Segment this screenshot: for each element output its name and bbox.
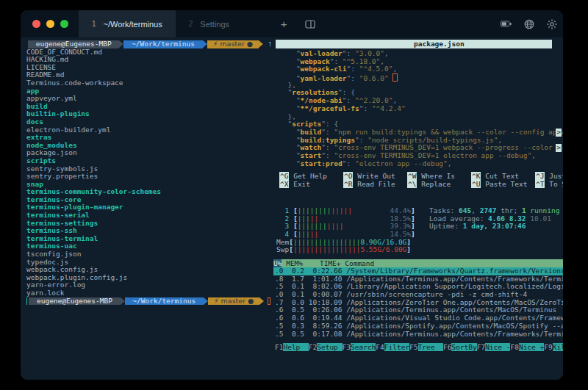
line-continuation-marker: > — [556, 129, 562, 137]
stats-segment: thr; — [497, 206, 522, 214]
code-segment: " — [279, 151, 301, 159]
file-name: tsconfig.json — [26, 250, 81, 258]
meter-bar-red: |||| — [327, 222, 344, 230]
code-segment: ": — [321, 128, 334, 136]
cpu-percent: 18.5% — [390, 214, 411, 223]
nano-code-line: "start:prod": "electron app --debug", — [279, 160, 563, 168]
shortcut-key: ^\ — [407, 180, 417, 188]
code-segment: "3.0.0" — [355, 49, 384, 57]
battery-icon[interactable] — [501, 18, 512, 29]
directory-name: scripts — [26, 156, 56, 165]
stats-row: Uptime: 1 day, 23:07:46 — [429, 223, 559, 231]
meter-bar: |||||||||||||||| — [293, 238, 361, 246]
new-tab-button[interactable]: + — [272, 10, 296, 37]
split-pane-icon[interactable] — [296, 10, 324, 37]
fkey-item[interactable]: F6SortBy — [443, 343, 477, 351]
code-segment: " — [279, 120, 292, 128]
code-segment: "^4.2.4" — [372, 104, 406, 112]
file-name: appveyor.yml — [26, 94, 77, 102]
minimize-window-button[interactable] — [46, 20, 54, 28]
code-segment: " — [279, 88, 292, 96]
stats-segment: 2747 — [480, 206, 497, 214]
code-segment: ": — [330, 57, 343, 65]
file-name: CODE_OF_CONDUCT.md — [26, 48, 102, 56]
fkey-item[interactable]: F9Kill — [544, 343, 563, 351]
fkey-item[interactable]: F7Nice - — [477, 343, 511, 351]
fkey-item[interactable]: F1Help — [275, 343, 309, 351]
code-segment: webpack-cli — [301, 65, 347, 73]
code-segment: , — [498, 136, 502, 144]
fkey-item[interactable]: F5Tree — [409, 343, 443, 351]
gear-icon[interactable] — [546, 18, 557, 29]
nano-code-line: "**/graceful-fs": "^4.2.4" — [279, 105, 563, 113]
shortcut-key: ^K — [471, 172, 481, 180]
stats-segment: 4.66 — [488, 214, 509, 223]
shortcut-item: ^T To Spell — [535, 181, 563, 189]
file-name: sentry-symbols.js — [26, 165, 98, 173]
code-segment: "^2.20.0" — [355, 96, 392, 104]
fkey-item[interactable]: F2Setup — [309, 343, 343, 351]
cpu-number: 4 — [276, 230, 293, 238]
swp-meter: Swp[||||||||||||||||5.55G/6.00G] — [276, 246, 415, 254]
shortcut-label: Read File — [353, 180, 395, 188]
stats-segment: 10.01 — [530, 214, 551, 223]
terminal-content: eugene@Eugenes-MBP ~/Work/terminus ⚡ mas… — [21, 37, 563, 380]
code-segment: build — [301, 128, 322, 136]
stats-segment: running — [526, 206, 560, 214]
shortcut-label: Replace — [417, 180, 451, 188]
file-list-row: HACKING.md — [26, 56, 270, 64]
code-segment: " — [279, 104, 301, 112]
meter-label: Swp — [276, 245, 289, 253]
terminal-cursor — [268, 297, 270, 306]
terminal-pane-right[interactable]: GNU nano 4.5 package.json "val-loader": … — [273, 37, 563, 380]
meter-bar-green: ||| — [298, 230, 310, 238]
toolbar-icons — [501, 10, 557, 37]
shortcut-label: To Spell — [545, 180, 563, 188]
tab-work-terminus[interactable]: 1 ~/Work/terminus — [79, 10, 176, 37]
fkey-item[interactable]: F4Filter — [376, 343, 409, 351]
code-segment: " — [279, 57, 301, 65]
meter-label: Mem — [276, 238, 289, 246]
fkey-item[interactable]: F3Search — [343, 343, 376, 351]
process-row[interactable]: .5 0.5 0:17.08 /Applications/Terminus.ap… — [273, 331, 563, 339]
shortcut-label: Cut Text — [481, 172, 518, 180]
prompt-indicator — [26, 297, 27, 305]
process-row[interactable]: .5 0.3 8:59.26 /Applications/Spotify.app… — [273, 322, 563, 331]
shortcut-key: ^R — [343, 180, 353, 188]
powerline-arrow-icon — [259, 297, 264, 305]
htop-process-list: .0 0.2 0:22.66 /System/Library/Framework… — [273, 267, 563, 338]
code-segment: ": — [343, 159, 355, 167]
code-segment: ": — [347, 65, 359, 73]
directory-name: terminus-core — [26, 195, 81, 203]
fkey-number: F2 — [309, 343, 317, 351]
meter-bar-red: || — [310, 214, 318, 223]
fkey-label: Tree — [418, 343, 443, 351]
code-segment: build:typings — [301, 136, 355, 144]
fkey-item[interactable]: F8Nice + — [510, 343, 544, 351]
htop-stats: Tasks: 645, 2747 thr; 1 runningLoad aver… — [429, 207, 559, 231]
fkey-label: Help — [283, 343, 308, 351]
nano-code-line: "yaml-loader": "0.6.0" — [279, 73, 563, 82]
code-segment: "cross-env TERMINUS_DEV=1 electron app -… — [334, 151, 531, 159]
fkey-number: F3 — [343, 343, 351, 351]
globe-icon[interactable] — [523, 18, 534, 29]
close-window-button[interactable] — [32, 20, 40, 28]
prompt-git-branch: ⚡ master ● — [207, 40, 259, 48]
file-list-row: package.json — [26, 149, 270, 157]
file-name: yarn-error.log — [26, 281, 85, 289]
stats-segment: Load average: — [429, 214, 488, 223]
prompt-cwd: ~/Work/terminus — [123, 40, 202, 48]
zoom-window-button[interactable] — [60, 20, 68, 28]
shortcut-label: Write Out — [353, 172, 395, 180]
code-segment: ": — [355, 136, 368, 144]
directory-name: terminus-terminal — [26, 234, 98, 242]
code-segment: start:prod — [301, 159, 343, 167]
terminal-pane-shell[interactable]: eugene@Eugenes-MBP ~/Work/terminus ⚡ mas… — [21, 37, 270, 380]
file-list-row: appveyor.yml — [26, 95, 270, 103]
stats-segment: , — [471, 206, 479, 214]
directory-name: app — [26, 87, 39, 95]
code-segment: "^5.18.0" — [343, 57, 380, 65]
directory-name: node_modules — [26, 141, 77, 149]
meter-bar: |||||||||||||||| — [293, 245, 361, 253]
tab-settings[interactable]: 2 Settings — [176, 10, 272, 37]
